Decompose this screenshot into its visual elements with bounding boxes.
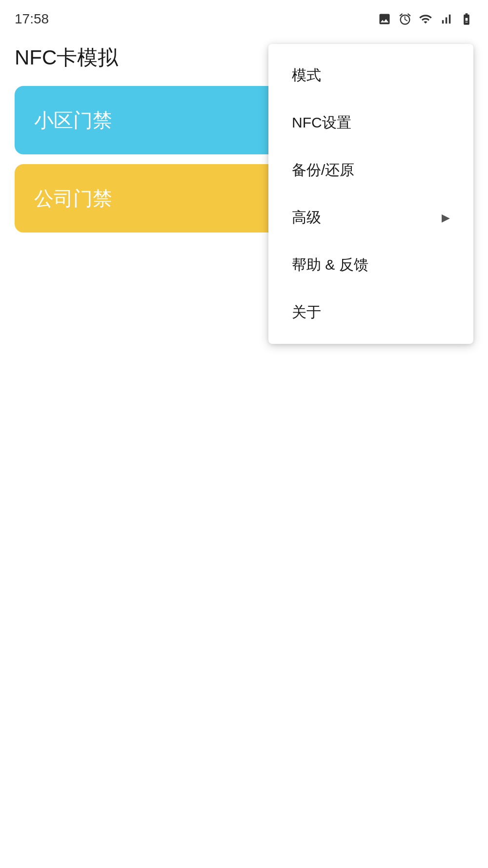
- app-title: NFC卡模拟: [15, 44, 118, 71]
- card-label-blue: 小区门禁: [34, 107, 112, 134]
- menu-item-advanced[interactable]: 高级 ▶: [268, 194, 473, 241]
- alarm-icon: [398, 12, 412, 26]
- card-label-yellow: 公司门禁: [34, 185, 112, 212]
- status-bar: 17:58: [0, 0, 488, 34]
- menu-item-help-label: 帮助 & 反馈: [292, 255, 368, 275]
- dropdown-menu: 模式 NFC设置 备份/还原 高级 ▶ 帮助 & 反馈 关于: [268, 44, 473, 344]
- menu-item-about-label: 关于: [292, 302, 321, 322]
- menu-item-backup-label: 备份/还原: [292, 160, 354, 180]
- menu-item-mode-label: 模式: [292, 65, 321, 85]
- menu-item-mode[interactable]: 模式: [268, 52, 473, 99]
- battery-icon: [460, 12, 473, 26]
- chevron-right-icon: ▶: [442, 212, 450, 224]
- menu-item-help[interactable]: 帮助 & 反馈: [268, 241, 473, 289]
- menu-item-backup[interactable]: 备份/还原: [268, 147, 473, 194]
- wifi-icon: [419, 12, 432, 26]
- menu-item-about[interactable]: 关于: [268, 289, 473, 336]
- menu-item-nfc-settings[interactable]: NFC设置: [268, 99, 473, 147]
- signal-icon: [439, 12, 453, 26]
- menu-item-advanced-label: 高级: [292, 208, 321, 228]
- status-time: 17:58: [15, 11, 49, 27]
- status-icons: [378, 12, 473, 26]
- gallery-icon: [378, 12, 391, 26]
- menu-item-nfc-settings-label: NFC设置: [292, 113, 351, 133]
